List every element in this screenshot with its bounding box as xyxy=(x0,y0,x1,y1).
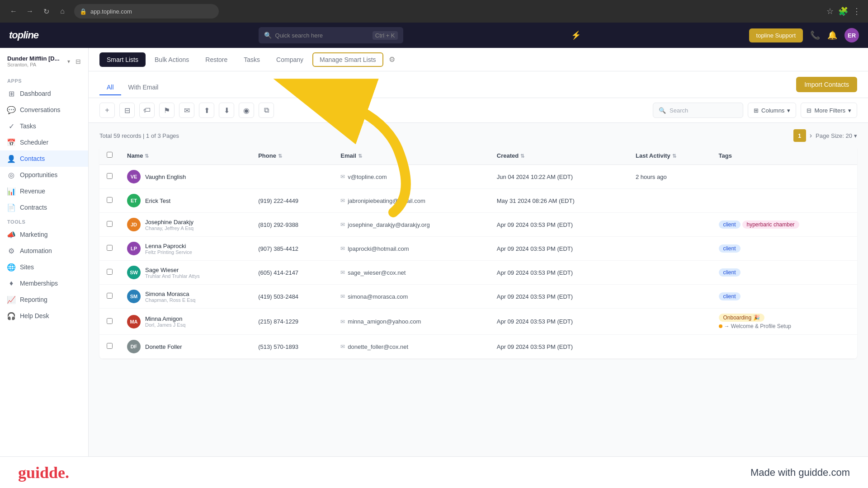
contact-last-activity xyxy=(628,189,712,213)
import-button[interactable]: ⬇ xyxy=(219,103,234,118)
contact-avatar: SM xyxy=(127,290,141,303)
contact-avatar: LP xyxy=(127,242,141,255)
row-checkbox[interactable] xyxy=(107,221,113,227)
sidebar-collapse-icon[interactable]: ⊟ xyxy=(75,58,81,65)
sidebar-item-label: Tasks xyxy=(20,122,36,130)
sidebar-item-help-desk[interactable]: 🎧 Help Desk xyxy=(0,308,88,324)
sidebar-item-contacts[interactable]: 👤 Contacts xyxy=(0,150,88,167)
table-row[interactable]: JD Josephine Darakjy Chanay, Jeffrey A E… xyxy=(99,213,857,237)
page-size: Page Size: 20 ▾ xyxy=(816,132,857,139)
tag-client[interactable]: client xyxy=(719,268,741,277)
menu-icon[interactable]: ⋮ xyxy=(853,6,861,16)
sidebar-item-dashboard[interactable]: ⊞ Dashboard xyxy=(0,85,88,102)
import-contacts-button[interactable]: Import Contacts xyxy=(796,77,857,92)
contracts-icon: 📄 xyxy=(7,203,15,211)
row-checkbox[interactable] xyxy=(107,293,113,299)
contact-name: Erick Test xyxy=(145,197,170,204)
contact-avatar: VE xyxy=(127,170,141,183)
row-checkbox[interactable] xyxy=(107,197,113,203)
table-row[interactable]: SW Sage Wieser Truhlar And Truhlar Attys… xyxy=(99,261,857,285)
tab-company[interactable]: Company xyxy=(269,52,311,67)
email-envelope-icon: ✉ xyxy=(340,221,345,228)
sidebar-item-tasks[interactable]: ✓ Tasks xyxy=(0,118,88,134)
export-button[interactable]: ⬆ xyxy=(199,103,214,118)
sidebar-item-reporting[interactable]: 📈 Reporting xyxy=(0,291,88,308)
sidebar-item-marketing[interactable]: 📣 Marketing xyxy=(0,226,88,243)
star-icon[interactable]: ☆ xyxy=(826,6,834,16)
current-page[interactable]: 1 xyxy=(793,129,806,142)
contact-name-cell: ET Erick Test xyxy=(127,194,244,207)
email-button[interactable]: ✉ xyxy=(179,103,194,118)
row-checkbox[interactable] xyxy=(107,245,113,251)
tag-client[interactable]: client xyxy=(719,292,741,300)
tag-button[interactable]: 🏷 xyxy=(139,103,155,118)
flag-button[interactable]: ⚑ xyxy=(159,103,175,118)
tag-client[interactable]: client xyxy=(719,221,741,229)
tag-hyperbaric[interactable]: hyperbaric chamber xyxy=(742,221,799,229)
bell-icon[interactable]: 🔔 xyxy=(827,30,837,40)
add-button[interactable]: + xyxy=(99,103,115,118)
copy-button[interactable]: ⧉ xyxy=(259,103,274,118)
select-all-checkbox[interactable] xyxy=(107,152,113,158)
table-row[interactable]: SM Simona Morasca Chapman, Ross E Esq (4… xyxy=(99,285,857,309)
sidebar-item-contracts[interactable]: 📄 Contracts xyxy=(0,199,88,216)
sidebar-item-scheduler[interactable]: 📅 Scheduler xyxy=(0,134,88,150)
contacts-icon: 👤 xyxy=(7,155,15,163)
workspace-info: Dunder Mifflin [D... Scranton, PA xyxy=(7,55,60,67)
filter-button[interactable]: ⊟ xyxy=(119,103,135,118)
user-avatar[interactable]: ER xyxy=(844,28,859,42)
sub-tab-with-email[interactable]: With Email xyxy=(121,80,166,95)
table-search[interactable]: 🔍 Search xyxy=(653,103,743,118)
sidebar-item-sites[interactable]: 🌐 Sites xyxy=(0,259,88,275)
contact-name: Sage Wieser xyxy=(145,267,200,273)
reload-button[interactable]: ↻ xyxy=(40,5,52,18)
lightning-icon[interactable]: ⚡ xyxy=(571,30,581,40)
forward-button[interactable]: → xyxy=(24,5,36,18)
table-row[interactable]: VE Vaughn English ✉v@topline.com Jun 04 … xyxy=(99,165,857,189)
row-checkbox[interactable] xyxy=(107,343,113,349)
tab-manage-smart-lists[interactable]: Manage Smart Lists xyxy=(312,52,383,67)
global-search[interactable]: 🔍 Quick search here Ctrl + K xyxy=(259,27,403,43)
back-button[interactable]: ← xyxy=(7,5,20,18)
sidebar-item-automation[interactable]: ⚙ Automation xyxy=(0,243,88,259)
tab-bulk-actions[interactable]: Bulk Actions xyxy=(147,52,196,67)
badge-button[interactable]: ◉ xyxy=(239,103,254,118)
settings-icon[interactable]: ⚙ xyxy=(389,55,395,64)
home-button[interactable]: ⌂ xyxy=(56,5,69,18)
contact-last-activity xyxy=(628,261,712,285)
row-checkbox[interactable] xyxy=(107,173,113,179)
row-checkbox[interactable] xyxy=(107,269,113,275)
sidebar-item-opportunities[interactable]: ◎ Opportunities xyxy=(0,167,88,183)
sidebar-item-revenue[interactable]: 📊 Revenue xyxy=(0,183,88,199)
address-bar[interactable]: 🔒 app.topline.com xyxy=(74,4,219,19)
sidebar-item-memberships[interactable]: ♦ Memberships xyxy=(0,275,88,291)
contact-email: ✉v@topline.com xyxy=(340,174,482,180)
sub-tab-all[interactable]: All xyxy=(99,80,121,95)
extensions-icon[interactable]: 🧩 xyxy=(838,6,848,16)
table-row[interactable]: ET Erick Test (919) 222-4449 ✉jabronipie… xyxy=(99,189,857,213)
tag-client[interactable]: client xyxy=(719,244,741,253)
phone-icon[interactable]: 📞 xyxy=(810,30,820,40)
columns-button[interactable]: ⊞ Columns ▾ xyxy=(748,103,796,118)
row-checkbox[interactable] xyxy=(107,318,113,324)
tab-restore[interactable]: Restore xyxy=(198,52,235,67)
next-page-button[interactable]: › xyxy=(810,131,812,140)
page-size-chevron[interactable]: ▾ xyxy=(854,132,857,139)
contact-name: Simona Morasca xyxy=(145,291,195,297)
sidebar: Dunder Mifflin [D... Scranton, PA ▾ ⊟ Ap… xyxy=(0,48,89,488)
contact-created: Apr 09 2024 03:53 PM (EDT) xyxy=(490,237,628,261)
table-row[interactable]: MA Minna Amigon Dorl, James J Esq (215) … xyxy=(99,309,857,335)
contact-name-cell: JD Josephine Darakjy Chanay, Jeffrey A E… xyxy=(127,218,244,231)
app-logo: topline xyxy=(9,29,90,41)
table-info: Total 59 records | 1 of 3 Pages 1 › Page… xyxy=(99,123,857,146)
tab-tasks[interactable]: Tasks xyxy=(236,52,267,67)
table-row[interactable]: LP Lenna Paprocki Feltz Printing Service… xyxy=(99,237,857,261)
table-row[interactable]: DF Donette Foller (513) 570-1893 ✉donett… xyxy=(99,335,857,359)
tab-smart-lists[interactable]: Smart Lists xyxy=(99,52,146,67)
support-button[interactable]: topline Support xyxy=(749,28,803,42)
workspace-header[interactable]: Dunder Mifflin [D... Scranton, PA ▾ ⊟ xyxy=(0,55,88,75)
sidebar-item-conversations[interactable]: 💬 Conversations xyxy=(0,102,88,118)
main-layout: Dunder Mifflin [D... Scranton, PA ▾ ⊟ Ap… xyxy=(0,48,868,488)
more-filters-button[interactable]: ⊟ More Filters ▾ xyxy=(801,103,857,118)
contact-phone: (919) 222-4449 xyxy=(251,189,333,213)
